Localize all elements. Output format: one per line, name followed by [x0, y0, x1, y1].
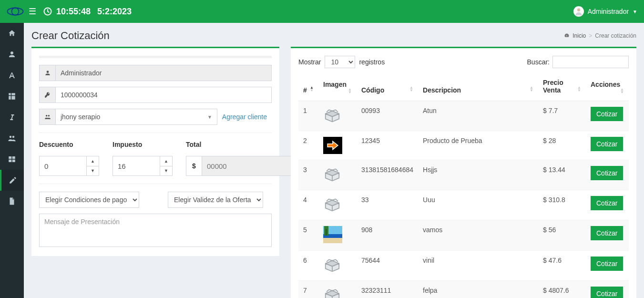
file-icon: [8, 197, 16, 206]
user-icon: [39, 65, 55, 81]
cell-precio: $ 47.6: [538, 251, 586, 281]
cell-precio: $ 56: [538, 220, 586, 251]
tax-stepper[interactable]: ▲▼: [112, 156, 179, 176]
col-codigo[interactable]: Código▲▼: [357, 74, 418, 101]
table-row: 100993Atun$ 7.7Cotizar: [298, 101, 629, 131]
total-label: Total: [186, 141, 303, 148]
font-icon: [8, 71, 16, 80]
caret-down-icon: ▼: [207, 114, 212, 120]
dashboard-icon: [564, 33, 570, 39]
client-value: jhony serapio: [61, 113, 100, 121]
cell-precio: $ 28: [538, 131, 586, 160]
hamburger-toggle[interactable]: ☰: [29, 6, 36, 17]
code-input[interactable]: [55, 87, 272, 103]
cell-precio: $ 4807.6: [538, 281, 586, 298]
user-icon: [8, 50, 16, 59]
sidebar-th[interactable]: [0, 149, 24, 170]
sidebar-font[interactable]: [0, 65, 24, 86]
discount-down[interactable]: ▼: [87, 166, 99, 176]
sidebar-home[interactable]: [0, 23, 24, 44]
sidebar-user[interactable]: [0, 44, 24, 65]
product-thumb-box: [323, 107, 341, 123]
discount-label: Descuento: [39, 141, 106, 148]
cell-codigo: 75644: [357, 251, 418, 281]
cotizar-button[interactable]: Cotizar: [591, 287, 623, 298]
cell-precio: $ 7.7: [538, 101, 586, 131]
sidebar-users[interactable]: [0, 128, 24, 149]
product-thumb-beach: [323, 226, 342, 243]
cell-image: [318, 281, 357, 298]
breadcrumb-home[interactable]: Inicio: [572, 32, 586, 39]
search-input[interactable]: [552, 56, 629, 68]
col-acciones[interactable]: Acciones▲▼: [586, 74, 629, 101]
quote-form-panel: jhony serapio ▼ Agregar cliente Descuent…: [31, 47, 279, 256]
cotizar-button[interactable]: Cotizar: [591, 107, 623, 121]
total-output: [202, 156, 303, 176]
cotizar-button[interactable]: Cotizar: [591, 137, 623, 151]
cell-desc: Atun: [418, 101, 538, 131]
sidebar-file[interactable]: [0, 191, 24, 212]
discount-input[interactable]: [39, 156, 87, 176]
avatar: [573, 6, 584, 17]
box-icon: [323, 106, 341, 123]
product-thumb-box: [323, 257, 341, 273]
sidebar-edit[interactable]: [0, 170, 24, 191]
col-precio[interactable]: Precio Venta▲▼: [538, 74, 586, 101]
cotizar-button[interactable]: Cotizar: [591, 166, 623, 180]
cotizar-button[interactable]: Cotizar: [591, 257, 623, 271]
offer-validity-select[interactable]: Elegir Validez de la Oferta: [168, 192, 263, 208]
product-thumb-box: [323, 166, 341, 182]
tax-input[interactable]: [112, 156, 160, 176]
dollar-icon: $: [186, 156, 202, 176]
presentation-message[interactable]: [39, 214, 272, 247]
cell-index: 4: [298, 190, 318, 220]
user-label: Administrador: [588, 8, 629, 15]
client-select[interactable]: jhony serapio ▼: [55, 109, 217, 125]
cell-desc: vamos: [418, 220, 538, 251]
col-index[interactable]: #▲▼: [298, 74, 318, 101]
sidebar-grid[interactable]: [0, 86, 24, 107]
cotizar-button[interactable]: Cotizar: [591, 226, 623, 240]
cell-codigo: 32323111: [357, 281, 418, 298]
show-label: Mostrar: [298, 58, 321, 66]
tax-down[interactable]: ▼: [160, 166, 173, 176]
product-thumb-arrow: [323, 137, 342, 154]
discount-up[interactable]: ▲: [87, 156, 99, 166]
clock-time: 10:55:48: [56, 7, 91, 17]
svg-point-2: [12, 8, 19, 15]
cell-precio: $ 310.8: [538, 190, 586, 220]
table-row: 675644vinil$ 47.6Cotizar: [298, 251, 629, 281]
cell-codigo: 33: [357, 190, 418, 220]
home-icon: [8, 29, 16, 38]
cell-image: [318, 101, 357, 131]
cell-precio: $ 13.44: [538, 160, 586, 190]
col-imagen[interactable]: Imagen▲▼: [318, 74, 357, 101]
payment-conditions-select[interactable]: Elegir Condiciones de pago: [39, 192, 139, 208]
box-icon: [323, 256, 341, 273]
col-desc[interactable]: Descripcion▲▼: [418, 74, 538, 101]
clock-date: 5:2:2023: [97, 7, 132, 17]
table-row: 212345Producto de Prueba$ 28Cotizar: [298, 131, 629, 160]
table-row: 5908vamos$ 56Cotizar: [298, 220, 629, 251]
cell-index: 5: [298, 220, 318, 251]
product-list-panel: Mostrar 10 registros Buscar:: [291, 47, 636, 298]
box-icon: [323, 286, 341, 298]
box-icon: [323, 165, 341, 183]
cell-desc: vinil: [418, 251, 538, 281]
cotizar-button[interactable]: Cotizar: [591, 196, 623, 210]
user-menu[interactable]: Administrador ▼: [573, 6, 637, 17]
cell-index: 1: [298, 101, 318, 131]
sidebar-italic[interactable]: [0, 107, 24, 128]
page-length-select[interactable]: 10: [325, 56, 355, 68]
tax-up[interactable]: ▲: [160, 156, 173, 166]
add-client-button[interactable]: Agregar cliente: [217, 109, 272, 125]
discount-stepper[interactable]: ▲▼: [39, 156, 106, 176]
table-row: 732323111felpa$ 4807.6Cotizar: [298, 281, 629, 298]
cell-image: [318, 160, 357, 190]
tax-label: Impuesto: [112, 141, 179, 148]
clock-display: 10:55:48 5:2:2023: [43, 7, 132, 17]
app-logo: [7, 6, 24, 17]
cell-image: [318, 131, 357, 160]
cell-desc: Hsjjs: [418, 160, 538, 190]
breadcrumb-current: Crear cotización: [595, 32, 636, 39]
